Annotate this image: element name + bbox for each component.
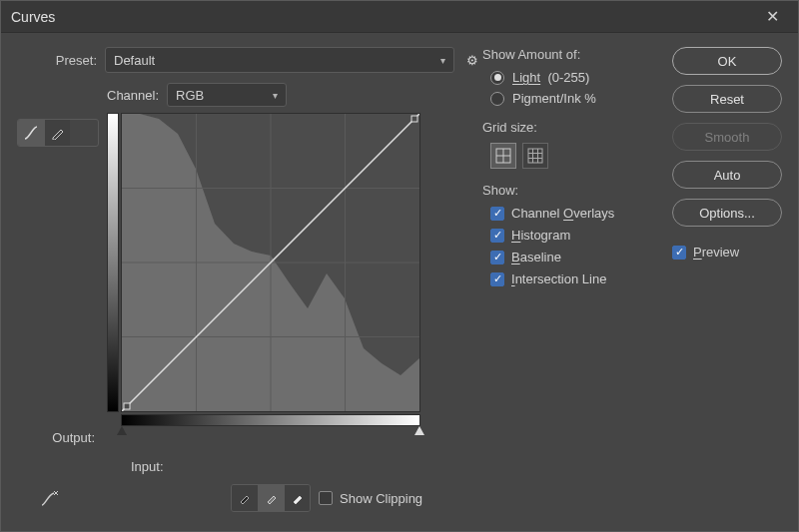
hand-curve-icon (40, 489, 60, 507)
targeted-adjust-tool[interactable] (37, 485, 63, 511)
graph-wrap (107, 113, 420, 412)
output-label: Output: (17, 430, 95, 445)
preset-dropdown[interactable]: Default ▾ (105, 47, 454, 73)
title-bar: Curves ✕ (1, 1, 798, 33)
eyedropper-group (231, 484, 311, 512)
chk-channel-overlays[interactable]: Channel Overlays (490, 206, 662, 221)
radio-pigment[interactable]: Pigment/Ink % (490, 91, 662, 106)
input-row: Input: (17, 459, 482, 474)
curves-svg (122, 114, 419, 411)
chk-baseline[interactable]: Baseline (490, 250, 662, 265)
grid-size-buttons (490, 143, 662, 169)
gray-eyedropper[interactable] (258, 485, 284, 511)
svg-rect-9 (528, 149, 542, 163)
dialog-body: Preset: Default ▾ ⚙ (1, 33, 798, 531)
radio-dot (490, 92, 504, 106)
chk-histogram[interactable]: Histogram (490, 228, 662, 243)
tool-column (17, 83, 99, 147)
auto-button[interactable]: Auto (672, 161, 782, 189)
curve-tool-button[interactable] (18, 120, 44, 146)
pencil-icon (51, 126, 65, 140)
light-label: Light (512, 70, 540, 85)
edit-mode-toggle (17, 119, 99, 147)
black-point-slider[interactable] (117, 426, 127, 435)
show-clipping-label: Show Clipping (340, 491, 422, 506)
pigment-label: Pigment/Ink % (512, 91, 596, 106)
gear-icon: ⚙ (466, 53, 478, 68)
eyedropper-icon (238, 491, 252, 505)
show-amount-section: Show Amount of: Light (0-255) Pigment/In… (482, 47, 662, 106)
show-amount-label: Show Amount of: (482, 47, 662, 62)
bottom-tools-row: Show Clipping (17, 484, 482, 512)
preset-row: Preset: Default ▾ ⚙ (17, 47, 482, 73)
curve-handle-highlight[interactable] (411, 116, 417, 122)
checkbox-box (490, 251, 504, 265)
curves-block: Channel: RGB ▾ (107, 83, 420, 426)
checkbox-box (490, 272, 504, 286)
show-section: Show: Channel Overlays Histogram Baselin… (482, 183, 662, 286)
show-clipping-checkbox[interactable]: Show Clipping (319, 491, 422, 506)
channel-dropdown[interactable]: RGB ▾ (167, 83, 287, 107)
preset-label: Preset: (17, 53, 97, 68)
options-button[interactable]: Options... (672, 199, 782, 227)
pencil-tool-button[interactable] (44, 120, 70, 146)
close-button[interactable]: ✕ (756, 7, 788, 26)
radio-light[interactable]: Light (0-255) (490, 70, 662, 85)
preview-checkbox[interactable]: Preview (672, 245, 782, 260)
curve-handle-shadow[interactable] (124, 403, 130, 409)
white-eyedropper[interactable] (284, 485, 310, 511)
right-column: Show Amount of: Light (0-255) Pigment/In… (482, 47, 782, 517)
chk-intersection[interactable]: Intersection Line (490, 271, 662, 286)
grid-size-section: Grid size: (482, 120, 662, 169)
checkbox-box (490, 229, 504, 243)
curve-icon (23, 125, 39, 141)
buttons-column: OK Reset Smooth Auto Options... Preview (672, 47, 782, 517)
reset-button[interactable]: Reset (672, 85, 782, 113)
channel-area: Channel: RGB ▾ (17, 83, 482, 426)
left-column: Preset: Default ▾ ⚙ (17, 47, 482, 517)
light-range: (0-255) (547, 70, 589, 85)
preset-options-menu[interactable]: ⚙ (462, 53, 482, 68)
preset-value: Default (114, 53, 155, 68)
chevron-down-icon: ▾ (440, 55, 445, 66)
grid-9-icon (527, 148, 543, 164)
checkbox-box (319, 491, 333, 505)
options-column: Show Amount of: Light (0-255) Pigment/In… (482, 47, 662, 517)
channel-label: Channel: (107, 88, 159, 103)
checkbox-box (672, 246, 686, 260)
white-point-slider[interactable] (414, 426, 424, 435)
input-gradient (121, 414, 420, 426)
xgrad-row (107, 414, 420, 426)
output-row: Output: (17, 430, 482, 445)
eyedropper-icon (265, 491, 279, 505)
black-eyedropper[interactable] (232, 485, 258, 511)
channel-value: RGB (176, 88, 204, 103)
smooth-button: Smooth (672, 123, 782, 151)
channel-row: Channel: RGB ▾ (107, 83, 420, 107)
output-gradient (107, 113, 119, 412)
chevron-down-icon: ▾ (273, 90, 278, 101)
ok-button[interactable]: OK (672, 47, 782, 75)
grid-coarse-button[interactable] (490, 143, 516, 169)
grid-4-icon (495, 148, 511, 164)
radio-dot (490, 71, 504, 85)
checkbox-box (490, 207, 504, 221)
input-label: Input: (131, 459, 164, 474)
show-label: Show: (482, 183, 662, 198)
window-title: Curves (11, 9, 756, 25)
grid-fine-button[interactable] (522, 143, 548, 169)
eyedropper-icon (291, 491, 305, 505)
curves-graph[interactable] (121, 113, 420, 412)
grid-size-label: Grid size: (482, 120, 662, 135)
curves-dialog: Curves ✕ Preset: Default ▾ ⚙ (0, 0, 799, 532)
